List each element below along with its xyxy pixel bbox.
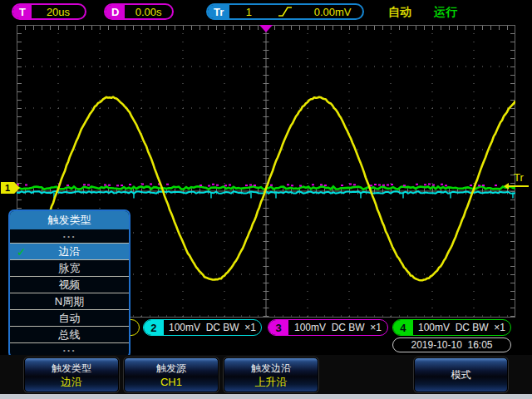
channel4-status-box[interactable]: 4 100mV DC BW ×1 (392, 319, 511, 336)
channel3-badge: 3 (268, 320, 288, 335)
softkey-trigger-slope[interactable]: 触发边沿 上升沿 (224, 357, 318, 392)
checkmark-icon: ✓ (17, 245, 27, 259)
channel3-status-box[interactable]: 3 100mV DC BW ×1 (268, 319, 388, 336)
softkey-trigger-slope-label: 触发边沿 (251, 362, 291, 374)
trigger-level: 0.00mV (303, 5, 362, 18)
run-state-indicator: 运行 (434, 5, 457, 20)
trigger-label: Tr (208, 5, 229, 18)
softkey-trigger-type[interactable]: 触发类型 边沿 (24, 357, 119, 392)
softkey-mode-label: 模式 (451, 369, 471, 381)
menu-title: 触发类型 (10, 211, 129, 229)
acquire-mode-indicator: 自动 (388, 5, 411, 20)
softkey-bar: 触发类型 边沿 触发源 CH1 触发边沿 上升沿 模式 (0, 355, 532, 394)
softkey-trigger-source[interactable]: 触发源 CH1 (124, 357, 219, 392)
timebase-readout: T 20us (12, 3, 86, 20)
timebase-label: T (13, 5, 32, 18)
trigger-position-marker[interactable] (259, 25, 273, 32)
datetime-display: 2019-10-10 16:05 (392, 337, 511, 352)
left-arrow-icon (509, 185, 529, 187)
channel4-badge: 4 (393, 320, 413, 335)
trigger-type-menu: 触发类型 ··· ✓ 边沿 脉宽 视频 N周期 自动 总线 ··· (8, 209, 131, 358)
menu-item-video[interactable]: 视频 (10, 277, 129, 293)
screen-bottom-edge (0, 394, 532, 399)
trigger-readout: Tr 1 0.00mV (206, 3, 364, 20)
trigger-source: 1 (229, 5, 268, 18)
softkey-trigger-source-label: 触发源 (156, 362, 186, 374)
channel3-settings: 100mV DC BW ×1 (288, 320, 387, 335)
trigger-level-marker[interactable]: Tr (506, 172, 531, 187)
menu-item-pulse-width[interactable]: 脉宽 (10, 260, 129, 277)
menu-item-n-cycle[interactable]: N周期 (10, 293, 129, 310)
softkey-mode[interactable]: 模式 (414, 357, 508, 392)
delay-label: D (106, 5, 125, 18)
menu-item-scroll-up[interactable]: ··· (10, 229, 129, 244)
menu-item-edge[interactable]: ✓ 边沿 (10, 244, 129, 260)
channel1-ground-label: 1 (5, 183, 10, 193)
softkey-trigger-type-value: 边沿 (61, 376, 82, 388)
channel2-settings: 100mV DC BW ×1 (164, 320, 261, 335)
trigger-level-marker-label: Tr (514, 171, 524, 184)
channel4-settings: 100mV DC BW ×1 (413, 320, 510, 335)
menu-item-auto[interactable]: 自动 (10, 310, 129, 327)
softkey-trigger-source-value: CH1 (160, 376, 182, 388)
menu-item-edge-label: 边沿 (59, 244, 81, 259)
softkey-trigger-type-label: 触发类型 (52, 362, 91, 374)
timebase-value: 20us (32, 5, 85, 18)
rising-edge-icon (268, 5, 303, 18)
delay-readout: D 0.00s (104, 3, 174, 20)
menu-item-bus[interactable]: 总线 (10, 327, 129, 343)
channel2-badge: 2 (144, 320, 164, 335)
delay-value: 0.00s (125, 5, 172, 18)
channel2-status-box[interactable]: 2 100mV DC BW ×1 (143, 319, 262, 336)
softkey-trigger-slope-value: 上升沿 (255, 376, 288, 388)
